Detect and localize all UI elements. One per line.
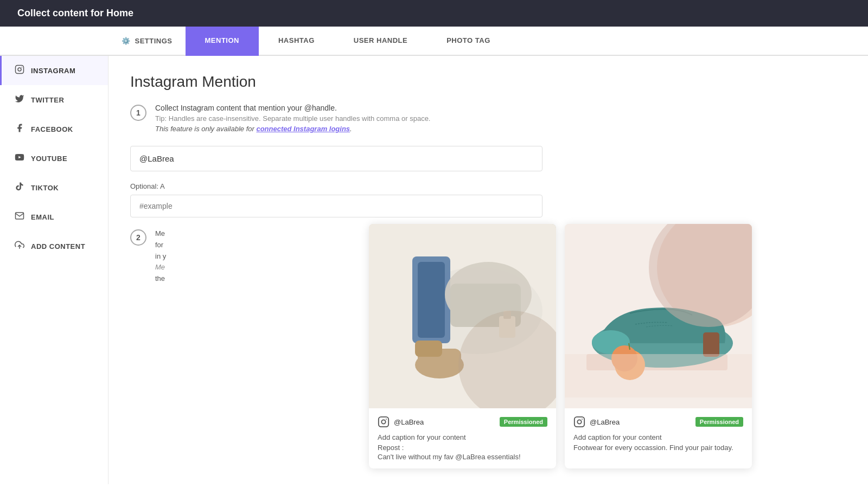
sidebar-label-email: EMAIL	[31, 213, 54, 221]
clothing-decor	[369, 224, 556, 408]
sidebar-label-add-content: ADD CONTENT	[31, 242, 85, 251]
svg-rect-24	[703, 332, 719, 357]
card1-repost-label: Repost :	[378, 444, 547, 452]
tab-hashtag[interactable]: HASHTAG	[259, 27, 334, 56]
cards-overlay: @LaBrea Permissioned Add caption for you…	[369, 224, 752, 468]
svg-rect-14	[499, 316, 515, 338]
card2-username: @LaBrea	[590, 418, 620, 426]
svg-rect-21	[586, 354, 727, 370]
sidebar-item-email[interactable]: EMAIL	[0, 202, 108, 232]
tiktok-icon	[15, 182, 24, 194]
sidebar-item-youtube[interactable]: YOUTUBE	[0, 144, 108, 173]
main-layout: INSTAGRAM TWITTER FACEBOOK	[0, 56, 868, 484]
svg-point-20	[657, 224, 752, 327]
svg-rect-16	[379, 417, 388, 427]
header-title: Collect content for Home	[17, 8, 133, 18]
svg-point-18	[386, 419, 387, 420]
svg-point-29	[577, 420, 581, 423]
card-1: @LaBrea Permissioned Add caption for you…	[369, 224, 556, 468]
card2-user: @LaBrea	[573, 416, 620, 428]
twitter-icon	[15, 94, 24, 106]
tabs-row: ⚙️ SETTINGS MENTION HASHTAG USER HANDLE …	[0, 27, 868, 56]
card1-caption: Add caption for your content	[378, 433, 547, 441]
card2-body: @LaBrea Permissioned Add caption for you…	[565, 408, 752, 459]
gear-icon: ⚙️	[122, 37, 131, 45]
tab-photo-tag[interactable]: PHOTO TAG	[427, 27, 510, 56]
step2-number: 2	[130, 229, 146, 246]
svg-point-25	[615, 350, 645, 380]
card2-caption: Add caption for your content	[573, 433, 743, 441]
card-2: @LaBrea Permissioned Add caption for you…	[565, 224, 752, 468]
app-container: Collect content for Home ⚙️ SETTINGS MEN…	[0, 0, 868, 488]
svg-rect-8	[418, 262, 445, 338]
instagram-icon	[15, 65, 24, 76]
hashtag-input[interactable]	[130, 195, 542, 217]
tab-mention[interactable]: MENTION	[186, 27, 259, 56]
shoe-decor	[565, 224, 752, 408]
card1-header: @LaBrea Permissioned	[378, 416, 547, 428]
card1-body: @LaBrea Permissioned Add caption for you…	[369, 408, 556, 468]
add-content-icon	[15, 240, 24, 252]
card2-badge: Permissioned	[695, 417, 743, 427]
svg-point-26	[611, 345, 637, 371]
optional-label: Optional: A	[130, 182, 846, 190]
step1-content: Collect Instagram content that mention y…	[155, 104, 846, 133]
sidebar-item-instagram[interactable]: INSTAGRAM	[0, 56, 108, 85]
email-icon	[15, 211, 24, 223]
tab-user-handle[interactable]: USER HANDLE	[334, 27, 427, 56]
svg-point-17	[381, 420, 385, 423]
card1-badge: Permissioned	[500, 417, 547, 427]
sidebar-item-twitter[interactable]: TWITTER	[0, 85, 108, 114]
sidebar-label-instagram: INSTAGRAM	[31, 67, 75, 75]
sidebar-item-add-content[interactable]: ADD CONTENT	[0, 232, 108, 261]
sidebar-label-tiktok: TIKTOK	[31, 184, 59, 192]
facebook-icon	[15, 123, 24, 135]
svg-point-1	[18, 68, 21, 71]
svg-rect-13	[450, 284, 521, 327]
step1-number: 1	[130, 105, 146, 121]
mention-input[interactable]	[130, 146, 542, 171]
svg-rect-11	[415, 341, 442, 357]
sidebar-label-youtube: YOUTUBE	[31, 155, 67, 163]
svg-rect-28	[575, 417, 584, 427]
youtube-icon	[15, 152, 24, 164]
card2-image	[565, 224, 752, 408]
step1-tip: Tip: Handles are case-insensitive. Separ…	[155, 114, 846, 123]
tab-settings[interactable]: ⚙️ SETTINGS	[108, 27, 186, 55]
svg-point-2	[21, 67, 22, 68]
svg-point-30	[582, 419, 583, 420]
sidebar-item-facebook[interactable]: FACEBOOK	[0, 114, 108, 144]
sidebar-label-facebook: FACEBOOK	[31, 125, 73, 133]
svg-rect-0	[16, 66, 24, 74]
page-title: Instagram Mention	[130, 73, 846, 91]
card1-user: @LaBrea	[378, 416, 424, 428]
card1-repost-text: Can't live without my fav @LaBrea essent…	[378, 453, 547, 461]
svg-rect-15	[503, 311, 511, 319]
sidebar-item-tiktok[interactable]: TIKTOK	[0, 173, 108, 202]
header: Collect content for Home	[0, 0, 868, 27]
sidebar-label-twitter: TWITTER	[31, 96, 64, 104]
card2-header: @LaBrea Permissioned	[573, 416, 743, 428]
sidebar: INSTAGRAM TWITTER FACEBOOK	[0, 56, 108, 484]
instagram-login-link[interactable]: connected Instagram logins	[256, 125, 350, 133]
card1-username: @LaBrea	[394, 418, 424, 426]
step1-block: 1 Collect Instagram content that mention…	[130, 104, 846, 133]
card1-image	[369, 224, 556, 408]
content-area: Instagram Mention 1 Collect Instagram co…	[108, 56, 868, 484]
step1-note: This feature is only available for conne…	[155, 125, 846, 133]
card2-repost-text: Footwear for every occassion. Find your …	[573, 444, 743, 452]
step1-description: Collect Instagram content that mention y…	[155, 104, 846, 112]
